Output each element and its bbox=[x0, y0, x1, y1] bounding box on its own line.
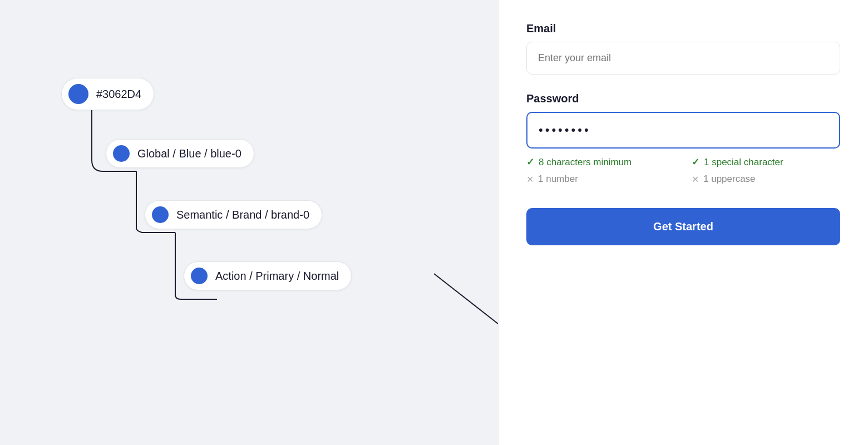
token-dot-1 bbox=[68, 84, 88, 104]
token-dot-2 bbox=[113, 145, 130, 162]
validation-text-0: 8 characters minimum bbox=[539, 157, 632, 168]
token-label-3: Semantic / Brand / brand-0 bbox=[176, 209, 309, 221]
email-input[interactable] bbox=[526, 42, 840, 75]
password-input[interactable] bbox=[526, 112, 840, 149]
email-section: Email bbox=[526, 22, 840, 75]
password-section: Password ✓ 8 characters minimum ✓ 1 spec… bbox=[526, 92, 840, 185]
validation-text-2: 1 number bbox=[538, 174, 578, 185]
validation-item-0: ✓ 8 characters minimum bbox=[526, 156, 675, 168]
right-panel: Email Password ✓ 8 characters minimum ✓ … bbox=[498, 0, 868, 445]
check-icon-0: ✓ bbox=[526, 156, 534, 168]
token-node-action: Action / Primary / Normal bbox=[184, 261, 352, 290]
token-node-hex: #3062D4 bbox=[61, 78, 154, 110]
cta-button[interactable]: Get Started bbox=[526, 208, 840, 245]
validation-grid: ✓ 8 characters minimum ✓ 1 special chara… bbox=[526, 156, 840, 185]
validation-text-1: 1 special character bbox=[704, 157, 783, 168]
password-label: Password bbox=[526, 92, 840, 105]
x-icon-3: ✕ bbox=[692, 174, 699, 185]
token-dot-4 bbox=[191, 268, 208, 284]
left-panel: #3062D4 Global / Blue / blue-0 Semantic … bbox=[0, 0, 498, 445]
token-dot-3 bbox=[152, 206, 169, 223]
email-label: Email bbox=[526, 22, 840, 35]
x-icon-2: ✕ bbox=[526, 174, 534, 185]
validation-item-1: ✓ 1 special character bbox=[692, 156, 840, 168]
token-node-semantic: Semantic / Brand / brand-0 bbox=[145, 200, 322, 229]
token-label-4: Action / Primary / Normal bbox=[215, 270, 339, 283]
validation-item-3: ✕ 1 uppercase bbox=[692, 174, 840, 185]
validation-text-3: 1 uppercase bbox=[703, 174, 756, 185]
token-label-1: #3062D4 bbox=[96, 88, 141, 101]
validation-item-2: ✕ 1 number bbox=[526, 174, 675, 185]
check-icon-1: ✓ bbox=[692, 156, 699, 168]
token-label-2: Global / Blue / blue-0 bbox=[137, 147, 241, 160]
token-node-global: Global / Blue / blue-0 bbox=[106, 139, 254, 168]
